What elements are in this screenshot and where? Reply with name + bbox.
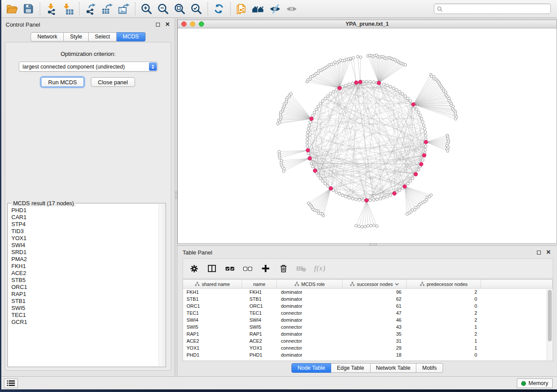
criterion-select[interactable]: largest connected component (undirected): [19, 62, 158, 72]
graph-node[interactable]: [306, 145, 308, 148]
memory-button[interactable]: Memory: [517, 378, 553, 388]
scrollbar-thumb[interactable]: [548, 290, 552, 341]
graph-node[interactable]: [398, 189, 401, 192]
graph-mcds-node[interactable]: [329, 186, 333, 190]
graph-node[interactable]: [351, 197, 354, 200]
graph-node[interactable]: [311, 165, 314, 168]
graph-leaf-node[interactable]: [360, 56, 362, 58]
graph-node[interactable]: [424, 131, 426, 134]
cell-shared-name[interactable]: RAP1: [183, 330, 242, 337]
graph-node[interactable]: [309, 120, 311, 123]
result-node-item[interactable]: STB5: [11, 277, 159, 284]
function-builder-button[interactable]: f(x): [314, 263, 325, 274]
graph-mcds-node[interactable]: [359, 80, 363, 84]
tab-style[interactable]: Style: [64, 32, 89, 41]
table-scrollbar[interactable]: [547, 289, 552, 360]
result-node-item[interactable]: CAR1: [11, 214, 159, 221]
result-node-item[interactable]: PMA2: [11, 256, 159, 263]
graph-node[interactable]: [372, 199, 375, 201]
clone-network-button[interactable]: [235, 2, 249, 16]
graph-node[interactable]: [358, 199, 361, 201]
graph-node[interactable]: [322, 180, 324, 182]
graph-node[interactable]: [417, 168, 420, 171]
cell-successor-nodes[interactable]: 61: [343, 303, 407, 309]
graph-leaf-node[interactable]: [446, 150, 449, 152]
zoom-fit-button[interactable]: [173, 2, 187, 16]
cell-mcds-role[interactable]: connector: [277, 309, 343, 316]
graph-node[interactable]: [389, 194, 392, 196]
cell-predecessor-nodes[interactable]: 2: [407, 309, 481, 316]
cell-name[interactable]: FKH1: [242, 289, 277, 296]
graph-mcds-node[interactable]: [377, 81, 381, 85]
cell-predecessor-nodes[interactable]: 1: [407, 337, 481, 344]
run-mcds-button[interactable]: Run MCDS: [41, 77, 84, 87]
graph-mcds-node[interactable]: [412, 103, 415, 107]
tab-node-table[interactable]: Node Table: [291, 363, 331, 373]
column-header-MCDS-role[interactable]: MCDS role: [277, 280, 343, 288]
graph-mcds-node[interactable]: [310, 117, 314, 121]
graph-node[interactable]: [313, 111, 316, 113]
graph-leaf-node[interactable]: [370, 224, 372, 227]
graph-node[interactable]: [395, 89, 398, 91]
graph-mcds-node[interactable]: [354, 81, 358, 85]
cell-successor-nodes[interactable]: 46: [343, 316, 407, 323]
graph-node[interactable]: [311, 114, 314, 117]
tab-select[interactable]: Select: [89, 32, 117, 41]
graph-leaf-node[interactable]: [356, 55, 359, 58]
open-button[interactable]: [5, 2, 19, 16]
table-settings-button[interactable]: [189, 263, 199, 274]
graph-node[interactable]: [369, 80, 371, 83]
cell-name[interactable]: RAP1: [242, 330, 277, 337]
save-button[interactable]: [21, 2, 35, 16]
float-panel-icon[interactable]: [155, 22, 161, 28]
cell-name[interactable]: PHD1: [242, 351, 277, 358]
graph-node[interactable]: [362, 199, 364, 202]
cell-predecessor-nodes[interactable]: 2: [407, 289, 481, 296]
cell-shared-name[interactable]: SWI4: [183, 316, 242, 323]
tab-network-table[interactable]: Network Table: [370, 363, 417, 373]
graph-node[interactable]: [389, 85, 392, 88]
graph-node[interactable]: [355, 198, 357, 201]
graph-node[interactable]: [386, 195, 388, 198]
cell-successor-nodes[interactable]: 96: [343, 289, 407, 296]
graph-leaf-node[interactable]: [404, 64, 407, 66]
cell-shared-name[interactable]: ACE2: [183, 337, 242, 344]
table-row[interactable]: YOX1YOX1connector291: [183, 344, 553, 351]
graph-node[interactable]: [326, 185, 329, 187]
graph-node[interactable]: [348, 83, 350, 86]
graph-node[interactable]: [409, 180, 412, 182]
cell-successor-nodes[interactable]: 43: [343, 323, 407, 330]
graph-node[interactable]: [398, 90, 401, 93]
table-row[interactable]: FKH1FKH1dominator962: [183, 289, 553, 296]
cell-successor-nodes[interactable]: 35: [343, 330, 407, 337]
export-network-button[interactable]: [83, 2, 97, 16]
cell-successor-nodes[interactable]: 62: [343, 296, 407, 303]
graph-node[interactable]: [422, 159, 424, 162]
split-columns-button[interactable]: [207, 263, 217, 274]
graph-mcds-node[interactable]: [424, 140, 428, 144]
graph-node[interactable]: [417, 111, 420, 113]
close-panel-icon[interactable]: ✕: [546, 250, 551, 255]
graph-node[interactable]: [319, 177, 322, 180]
table-row[interactable]: ORC1ORC1dominator610: [183, 303, 553, 309]
graph-node[interactable]: [306, 131, 309, 134]
graph-node[interactable]: [409, 100, 412, 102]
cell-successor-nodes[interactable]: 47: [343, 309, 407, 316]
tab-edge-table[interactable]: Edge Table: [331, 363, 370, 373]
export-image-button[interactable]: [117, 2, 131, 16]
graph-node[interactable]: [383, 196, 385, 199]
graph-node[interactable]: [422, 124, 425, 127]
graph-node[interactable]: [424, 148, 426, 151]
zoom-selected-button[interactable]: [189, 2, 203, 16]
column-header-shared-name[interactable]: shared name: [183, 280, 242, 288]
result-node-item[interactable]: YOX1: [11, 235, 159, 242]
result-node-item[interactable]: GCR1: [11, 319, 159, 326]
cell-mcds-role[interactable]: dominator: [277, 316, 343, 323]
graph-node[interactable]: [348, 196, 350, 199]
import-table-button[interactable]: [61, 2, 75, 16]
result-node-item[interactable]: SWI4: [11, 242, 159, 249]
graph-mcds-node[interactable]: [419, 162, 423, 166]
network-graph[interactable]: [178, 28, 557, 243]
table-row[interactable]: SWI4SWI4dominator462: [183, 316, 553, 323]
add-column-button[interactable]: [260, 263, 271, 274]
